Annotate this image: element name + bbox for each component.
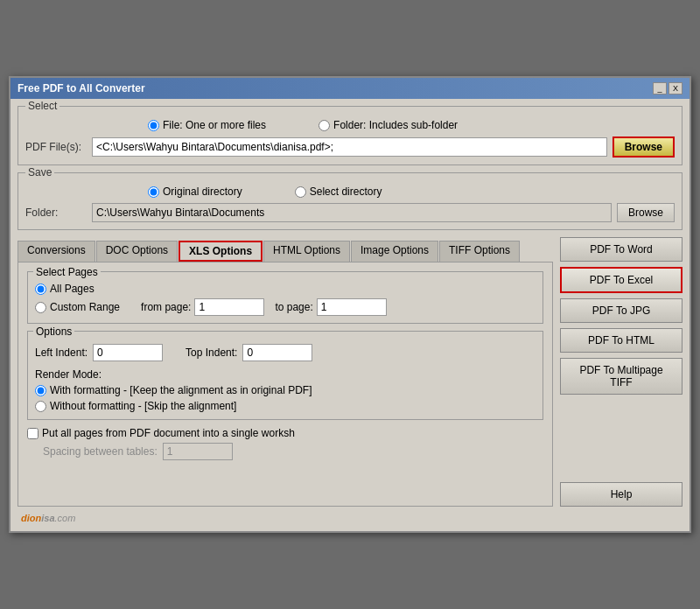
select-dir-radio[interactable] [295,186,306,198]
with-formatting-radio[interactable] [35,385,46,396]
custom-range-label: Custom Range [50,301,120,313]
file-option-label: File: One or more files [163,119,266,131]
tab-conversions[interactable]: Conversions [18,241,95,262]
minimize-button[interactable]: _ [653,82,667,94]
watermark-area: dionisa.com [18,512,682,524]
window-body: Select File: One or more files Folder: I… [10,99,690,531]
top-indent-input[interactable] [242,344,312,361]
single-worksh-label: Put all pages from PDF document into a s… [42,427,295,439]
window-controls: _ X [653,82,682,94]
select-pages-legend: Select Pages [33,266,101,278]
render-mode-label: Render Mode: [35,368,102,381]
left-indent-input[interactable] [93,344,163,361]
select-group: Select File: One or more files Folder: I… [18,106,682,165]
left-indent-label: Left Indent: [35,346,88,359]
single-worksh-row: Put all pages from PDF document into a s… [27,427,543,439]
file-option-item: File: One or more files [148,119,266,131]
tab-html-options[interactable]: HTML Options [263,241,350,262]
pdf-to-word-button[interactable]: PDF To Word [560,237,682,262]
browse-button-save[interactable]: Browse [617,203,675,222]
file-folder-row: File: One or more files Folder: Includes… [25,119,675,131]
tab-tiff-options[interactable]: TIFF Options [439,241,520,262]
window-title: Free PDF to All Converter [18,82,145,94]
right-panel: PDF To Word PDF To Excel PDF To JPG PDF … [560,237,682,507]
pdf-to-html-button[interactable]: PDF To HTML [560,328,682,353]
pdf-files-input[interactable] [92,137,607,157]
top-indent-label: Top Indent: [186,346,237,359]
tabs-container: Conversions DOC Options XLS Options HTML… [18,241,553,262]
custom-range-item: Custom Range from page: to page: [35,298,536,316]
from-page-input[interactable] [194,298,264,316]
content-area: Conversions DOC Options XLS Options HTML… [18,237,682,507]
without-formatting-radio[interactable] [35,401,46,412]
to-page-input[interactable] [317,298,387,316]
render-mode-section: Render Mode: With formatting - [Keep the… [35,368,536,412]
select-legend: Select [25,100,60,112]
select-pages-group: Select Pages All Pages Custom Range from… [27,271,543,324]
tab-image-options[interactable]: Image Options [351,241,438,262]
tab-doc-options[interactable]: DOC Options [96,241,178,262]
left-panel: Conversions DOC Options XLS Options HTML… [18,237,553,507]
original-dir-item: Original directory [148,186,242,198]
main-window: Free PDF to All Converter _ X Select Fil… [9,76,691,533]
pdf-to-jpg-button[interactable]: PDF To JPG [560,298,682,323]
folder-input[interactable] [92,203,612,222]
spacing-label: Spacing between tables: [43,445,158,458]
spacing-row: Spacing between tables: [43,443,543,460]
from-page-label: from page: [141,301,191,313]
folder-row: Folder: Browse [25,203,675,222]
tab-content-xls: Select Pages All Pages Custom Range from… [18,262,553,507]
folder-label: Folder: [25,206,87,219]
pdf-files-row: PDF File(s): Browse [25,136,675,158]
close-button[interactable]: X [668,82,682,94]
folder-option-item: Folder: Includes sub-folder [318,119,458,131]
with-formatting-label: With formatting - [Keep the alignment as… [50,384,312,396]
original-dir-label: Original directory [163,186,242,198]
save-group: Save Original directory Select directory… [18,172,682,230]
with-formatting-item: With formatting - [Keep the alignment as… [35,384,536,396]
browse-button-select[interactable]: Browse [612,136,675,158]
all-pages-radio[interactable] [35,284,46,295]
folder-option-label: Folder: Includes sub-folder [333,119,458,131]
to-page-label: to page: [275,301,312,313]
tab-xls-options[interactable]: XLS Options [178,241,262,262]
options-legend: Options [33,326,74,338]
folder-radio[interactable] [318,120,330,131]
indent-row: Left Indent: Top Indent: [35,344,536,361]
options-group: Options Left Indent: Top Indent: Render … [27,331,543,420]
custom-range-radio[interactable] [35,302,46,313]
help-button[interactable]: Help [560,482,682,507]
watermark-text: dionisa.com [21,513,75,523]
pdf-files-label: PDF File(s): [25,141,87,153]
dir-options-row: Original directory Select directory [25,186,675,198]
without-formatting-label: Without formatting - [Skip the alignment… [50,400,236,412]
select-dir-label: Select directory [310,186,382,198]
save-legend: Save [25,166,54,178]
without-formatting-item: Without formatting - [Skip the alignment… [35,400,536,412]
file-radio[interactable] [148,120,159,131]
single-worksh-checkbox[interactable] [27,428,38,439]
spacing-input[interactable] [163,443,233,460]
all-pages-label: All Pages [50,283,94,295]
select-dir-item: Select directory [295,186,382,198]
title-bar: Free PDF to All Converter _ X [10,78,690,99]
pdf-to-excel-button[interactable]: PDF To Excel [560,267,682,293]
original-dir-radio[interactable] [148,186,159,198]
pdf-to-tiff-button[interactable]: PDF To Multipage TIFF [560,358,682,395]
all-pages-item: All Pages [35,283,536,295]
